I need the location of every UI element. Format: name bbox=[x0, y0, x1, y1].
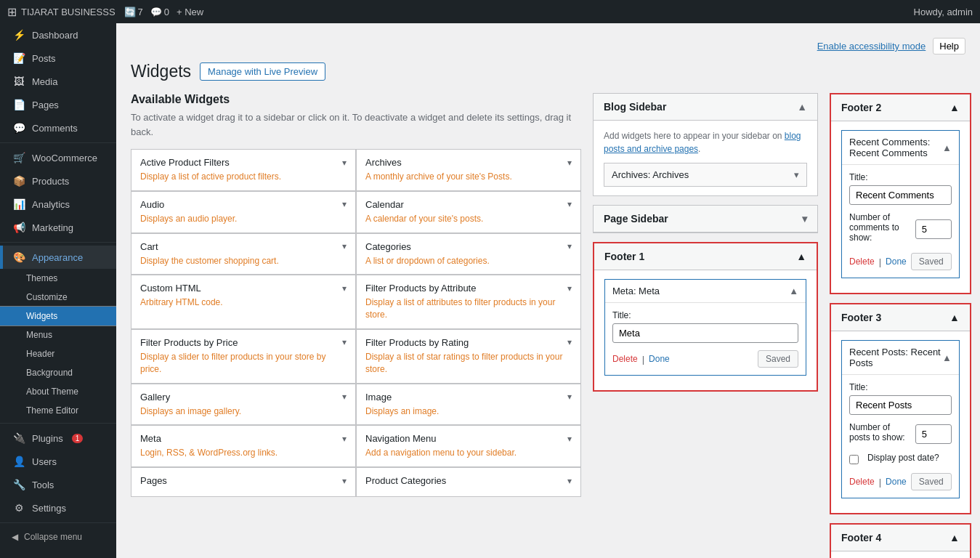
sidebar-submenu-menus[interactable]: Menus bbox=[0, 326, 116, 344]
footer1-title-input[interactable] bbox=[612, 323, 798, 343]
sidebar-item-woocommerce[interactable]: 🛒 WooCommerce bbox=[0, 146, 116, 169]
tools-icon: 🔧 bbox=[12, 479, 26, 490]
collapse-menu[interactable]: ◀ Collapse menu bbox=[0, 526, 116, 548]
footer2-num-input[interactable] bbox=[915, 219, 952, 239]
sidebar-item-users[interactable]: 👤 Users bbox=[0, 450, 116, 473]
footer1-title: Footer 1 bbox=[604, 251, 644, 262]
footer3-widget-header[interactable]: Recent Posts: Recent Posts ▲ bbox=[842, 341, 959, 374]
widget-name-active-product-filters: Active Product Filters bbox=[140, 157, 230, 168]
users-icon: 👤 bbox=[12, 456, 26, 467]
sidebar-submenu-widgets[interactable]: Widgets bbox=[0, 307, 116, 326]
footer1-widget-actions: Delete | Done Saved bbox=[612, 350, 798, 368]
widget-chevron-14: ▾ bbox=[342, 476, 347, 486]
widget-desc-8: Display a slider to filter products in y… bbox=[140, 351, 347, 376]
site-name[interactable]: TIJARAT BUSINESSS bbox=[21, 7, 116, 17]
sidebar-item-tools[interactable]: 🔧 Tools bbox=[0, 473, 116, 496]
sidebar-label-analytics: Analytics bbox=[32, 199, 70, 210]
enable-accessibility-link[interactable]: Enable accessibility mode bbox=[817, 41, 926, 52]
widget-filter-by-rating[interactable]: Filter Products by Rating ▾ Display a li… bbox=[356, 329, 581, 384]
sidebar-item-media[interactable]: 🖼 Media bbox=[0, 70, 116, 93]
widget-filter-by-price[interactable]: Filter Products by Price ▾ Display a sli… bbox=[131, 329, 356, 384]
admin-bar: ⊞ TIJARAT BUSINESSS 🔄 7 💬 0 + New Howdy,… bbox=[0, 0, 980, 23]
page-sidebar-collapse-btn[interactable]: ▾ bbox=[802, 213, 807, 225]
updates-icon[interactable]: 🔄 7 bbox=[124, 7, 143, 17]
widget-calendar[interactable]: Calendar ▾ A calendar of your site's pos… bbox=[356, 191, 581, 233]
widget-name-product-categories: Product Categories bbox=[365, 475, 446, 486]
footer2-title-input[interactable] bbox=[849, 185, 952, 205]
separator-1 bbox=[0, 142, 116, 143]
sidebar-item-posts[interactable]: 📝 Posts bbox=[0, 46, 116, 70]
sidebar-item-analytics[interactable]: 📊 Analytics bbox=[0, 193, 116, 216]
footer3-recent-posts-widget: Recent Posts: Recent Posts ▲ Title: Numb… bbox=[841, 340, 960, 498]
plugins-badge: 1 bbox=[72, 434, 84, 443]
widget-audio[interactable]: Audio ▾ Displays an audio player. bbox=[131, 191, 356, 233]
widget-active-product-filters[interactable]: Active Product Filters ▾ Display a list … bbox=[131, 149, 356, 191]
blog-link[interactable]: blog posts and archive pages bbox=[604, 131, 801, 154]
widget-archives[interactable]: Archives ▾ A monthly archive of your sit… bbox=[356, 149, 581, 191]
footer3-separator: | bbox=[879, 477, 881, 488]
widget-name-filter-attribute: Filter Products by Attribute bbox=[365, 283, 476, 294]
widget-chevron-1: ▾ bbox=[567, 158, 572, 168]
sidebar-submenu-header[interactable]: Header bbox=[0, 344, 116, 363]
footer2-title-field: Title: bbox=[849, 172, 952, 205]
help-button[interactable]: Help bbox=[933, 38, 965, 54]
archives-widget-label: Archives: Archives bbox=[612, 169, 689, 180]
sidebar-submenu-themes[interactable]: Themes bbox=[0, 269, 116, 288]
sidebar-submenu-about-theme[interactable]: About Theme bbox=[0, 382, 116, 401]
footer3-widget-collapse: ▲ bbox=[942, 352, 952, 363]
footer4-header: Footer 4 ▲ bbox=[831, 525, 970, 551]
footer2-done-link[interactable]: Done bbox=[886, 256, 907, 267]
widget-desc-3: A calendar of your site's posts. bbox=[365, 213, 572, 225]
footer1-collapse-btn[interactable]: ▲ bbox=[796, 251, 806, 262]
sidebar-item-pages[interactable]: 📄 Pages bbox=[0, 93, 116, 116]
new-button[interactable]: + New bbox=[177, 7, 203, 17]
footer2-panel: Footer 2 ▲ Recent Comments: Recent Comme… bbox=[830, 93, 971, 294]
sidebar-item-marketing[interactable]: 📢 Marketing bbox=[0, 216, 116, 239]
widget-name-custom-html: Custom HTML bbox=[140, 283, 201, 294]
sidebar-item-plugins[interactable]: 🔌 Plugins 1 bbox=[0, 426, 116, 450]
admin-sidebar: ⚡ Dashboard 📝 Posts 🖼 Media 📄 Pages 💬 Co… bbox=[0, 23, 116, 558]
sidebar-item-settings[interactable]: ⚙ Settings bbox=[0, 496, 116, 519]
sidebar-submenu-theme-editor[interactable]: Theme Editor bbox=[0, 401, 116, 420]
sidebar-submenu-customize[interactable]: Customize bbox=[0, 288, 116, 307]
widget-filter-by-attribute[interactable]: Filter Products by Attribute ▾ Display a… bbox=[356, 275, 581, 329]
footer3-num-input[interactable] bbox=[915, 424, 952, 444]
comments-icon[interactable]: 💬 0 bbox=[150, 7, 169, 17]
footer2-widget-header[interactable]: Recent Comments: Recent Comments ▲ bbox=[842, 131, 959, 164]
footer3-title-input[interactable] bbox=[849, 395, 952, 415]
widget-product-categories[interactable]: Product Categories ▾ bbox=[356, 467, 581, 497]
widget-categories[interactable]: Categories ▾ A list or dropdown of categ… bbox=[356, 233, 581, 275]
widget-desc-0: Display a list of active product filters… bbox=[140, 171, 347, 183]
footer3-done-link[interactable]: Done bbox=[886, 477, 907, 487]
sidebar-submenu-background[interactable]: Background bbox=[0, 363, 116, 382]
sidebar-item-comments[interactable]: 💬 Comments bbox=[0, 116, 116, 140]
footer3-collapse-btn[interactable]: ▲ bbox=[949, 312, 960, 323]
widget-gallery[interactable]: Gallery ▾ Displays an image gallery. bbox=[131, 384, 356, 426]
widget-meta[interactable]: Meta ▾ Login, RSS, & WordPress.org links… bbox=[131, 425, 356, 467]
footer1-done-link[interactable]: Done bbox=[649, 354, 670, 364]
widget-custom-html[interactable]: Custom HTML ▾ Arbitrary HTML code. bbox=[131, 275, 356, 329]
footer2-widget-body: Title: Number of comments to show: Delet… bbox=[842, 164, 959, 278]
footer4-collapse-btn[interactable]: ▲ bbox=[949, 532, 960, 543]
widget-desc-9: Display a list of star ratings to filter… bbox=[365, 351, 572, 376]
footer2-collapse-btn[interactable]: ▲ bbox=[949, 102, 960, 113]
widget-chevron-12: ▾ bbox=[342, 434, 347, 444]
archives-widget-in-blog-sidebar[interactable]: Archives: Archives ▾ bbox=[604, 163, 807, 187]
widget-pages[interactable]: Pages ▾ bbox=[131, 467, 356, 497]
footer1-delete-link[interactable]: Delete bbox=[612, 354, 638, 364]
footer3-display-date-checkbox[interactable] bbox=[849, 455, 859, 464]
blog-sidebar-collapse-btn[interactable]: ▲ bbox=[797, 101, 807, 113]
footer3-display-date-field: Display post date? bbox=[849, 453, 952, 466]
live-preview-button[interactable]: Manage with Live Preview bbox=[200, 62, 325, 81]
footer1-widget-header[interactable]: Meta: Meta ▲ bbox=[605, 280, 806, 302]
sidebar-item-dashboard[interactable]: ⚡ Dashboard bbox=[0, 23, 116, 46]
page-sidebar-panel: Page Sidebar ▾ bbox=[593, 205, 818, 233]
posts-icon: 📝 bbox=[12, 52, 26, 64]
sidebar-item-products[interactable]: 📦 Products bbox=[0, 169, 116, 193]
widget-navigation-menu[interactable]: Navigation Menu ▾ Add a navigation menu … bbox=[356, 425, 581, 467]
widget-image[interactable]: Image ▾ Displays an image. bbox=[356, 384, 581, 426]
widget-cart[interactable]: Cart ▾ Display the customer shopping car… bbox=[131, 233, 356, 275]
sidebar-item-appearance[interactable]: 🎨 Appearance bbox=[0, 246, 116, 269]
footer2-delete-link[interactable]: Delete bbox=[849, 256, 875, 267]
footer3-delete-link[interactable]: Delete bbox=[849, 477, 875, 487]
